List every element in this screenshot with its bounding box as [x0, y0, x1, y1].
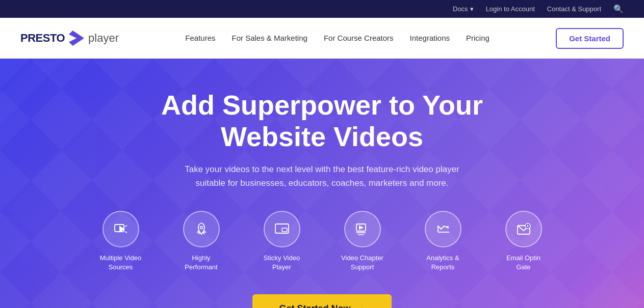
support-link[interactable]: Contact & Support: [547, 5, 601, 13]
feature-email-optin-gate: Email OptinGate: [496, 211, 552, 272]
nav-integrations[interactable]: Integrations: [410, 34, 450, 42]
docs-label: Docs: [453, 5, 468, 13]
svg-marker-15: [359, 226, 363, 229]
nav-pricing[interactable]: Pricing: [466, 34, 490, 42]
hero-subtext: Take your videos to the next level with …: [179, 162, 465, 190]
feature-multiple-video-sources: Multiple VideoSources: [93, 211, 149, 272]
feature-label-multiple-video-sources: Multiple VideoSources: [100, 254, 141, 272]
feature-label-email-optin-gate: Email OptinGate: [506, 254, 540, 272]
docs-chevron: ▾: [470, 5, 474, 13]
hero-section: Add Superpower to Your Website Videos Ta…: [0, 59, 644, 308]
docs-link[interactable]: Docs ▾: [453, 5, 474, 13]
top-bar: Docs ▾ Login to Account Contact & Suppor…: [0, 0, 644, 18]
feature-analytics-reports: Analytics &Reports: [415, 211, 471, 272]
feature-label-highly-performant: HighlyPerformant: [185, 254, 217, 272]
pip-icon: [274, 221, 290, 237]
search-icon[interactable]: 🔍: [613, 4, 624, 14]
hero-content: Add Superpower to Your Website Videos Ta…: [20, 89, 624, 308]
hero-cta-button[interactable]: Get Started Now →: [252, 294, 391, 308]
logo[interactable]: PRESTO player: [20, 31, 119, 46]
features-row: Multiple VideoSources HighlyPerformant: [20, 211, 624, 272]
feature-video-chapter-support: Video ChapterSupport: [334, 211, 391, 272]
feature-icon-analytics-reports: [425, 211, 461, 247]
feature-label-video-chapter-support: Video ChapterSupport: [341, 254, 383, 272]
feature-icon-highly-performant: [183, 211, 220, 247]
nav-get-started-button[interactable]: Get Started: [556, 28, 624, 49]
feature-icon-email-optin-gate: [505, 211, 542, 247]
nav-features[interactable]: Features: [185, 34, 215, 42]
hero-headline: Add Superpower to Your Website Videos: [144, 89, 501, 152]
svg-rect-13: [282, 228, 287, 232]
feature-highly-performant: HighlyPerformant: [173, 211, 229, 272]
logo-icon: [69, 31, 84, 46]
feature-label-sticky-video-player: Sticky VideoPlayer: [264, 254, 300, 272]
feature-sticky-video-player: Sticky VideoPlayer: [254, 211, 310, 272]
feature-icon-sticky-video-player: [264, 211, 300, 247]
video-sources-icon: [113, 221, 129, 237]
login-link[interactable]: Login to Account: [486, 5, 535, 13]
nav-links: Features For Sales & Marketing For Cours…: [185, 34, 490, 43]
nav-sales-marketing[interactable]: For Sales & Marketing: [231, 34, 307, 42]
chart-icon: [435, 221, 451, 237]
chapter-icon: [354, 221, 371, 237]
svg-point-11: [200, 226, 202, 229]
rocket-icon: [193, 221, 210, 237]
main-nav: PRESTO player Features For Sales & Marke…: [0, 18, 644, 59]
svg-line-10: [125, 232, 127, 233]
logo-player-text: player: [88, 32, 119, 45]
svg-marker-8: [120, 227, 124, 232]
feature-label-analytics-reports: Analytics &Reports: [426, 254, 459, 272]
feature-icon-multiple-video-sources: [102, 211, 139, 247]
nav-course-creators[interactable]: For Course Creators: [324, 34, 394, 42]
logo-presto-text: PRESTO: [20, 32, 65, 45]
svg-line-9: [125, 226, 127, 227]
feature-icon-video-chapter-support: [344, 211, 381, 247]
email-icon: [516, 221, 532, 237]
